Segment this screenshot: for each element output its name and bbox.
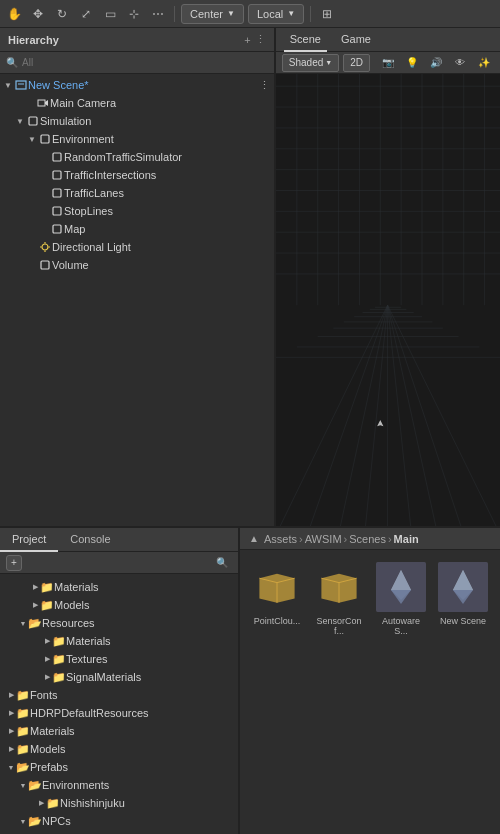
- tree-item-new-scene[interactable]: ▼ New Scene* ⋮: [0, 76, 274, 94]
- tab-console[interactable]: Console: [58, 528, 122, 552]
- center-button[interactable]: Center ▼: [181, 4, 244, 24]
- expand-new-scene[interactable]: ▼: [2, 79, 14, 91]
- folder-nishishinjuku[interactable]: ▶ 📁 Nishishinjuku: [0, 794, 238, 812]
- tab-project[interactable]: Project: [0, 528, 58, 552]
- scale-tool-icon[interactable]: ⤢: [76, 4, 96, 24]
- expand-textures[interactable]: ▶: [42, 654, 52, 664]
- asset-item-sensorconf[interactable]: SensorConf...: [310, 558, 368, 640]
- project-add-btn[interactable]: +: [6, 555, 22, 571]
- tree-item-map[interactable]: ▶ Map: [0, 220, 274, 238]
- label-random-traffic: RandomTrafficSimulator: [64, 151, 182, 163]
- label-materials2: Materials: [66, 635, 111, 647]
- expand-environment[interactable]: ▼: [26, 133, 38, 145]
- breadcrumb-assets[interactable]: Assets: [264, 533, 297, 545]
- tree-item-environment[interactable]: ▼ Environment: [0, 130, 274, 148]
- asset-item-newscene[interactable]: New Scene: [434, 558, 492, 640]
- breadcrumb-scenes[interactable]: Scenes: [349, 533, 386, 545]
- expand-resources[interactable]: ▼: [18, 618, 28, 628]
- scene-camera-icon[interactable]: 📷: [378, 53, 398, 73]
- tree-item-traffic-intersections[interactable]: ▶ TrafficIntersections: [0, 166, 274, 184]
- tab-game[interactable]: Game: [335, 28, 377, 52]
- label-main-camera: Main Camera: [50, 97, 116, 109]
- expand-signal-materials[interactable]: ▶: [42, 672, 52, 682]
- label-stop-lines: StopLines: [64, 205, 113, 217]
- tree-item-simulation[interactable]: ▼ Simulation: [0, 112, 274, 130]
- folder-environments[interactable]: ▼ 📂 Environments: [0, 776, 238, 794]
- tab-scene[interactable]: Scene: [284, 28, 327, 52]
- tree-item-random-traffic[interactable]: ▶ RandomTrafficSimulator: [0, 148, 274, 166]
- tree-item-volume[interactable]: ▶ Volume: [0, 256, 274, 274]
- expand-nishishinjuku[interactable]: ▶: [36, 798, 46, 808]
- asset-item-pointcloud[interactable]: PointClou...: [248, 558, 306, 640]
- label-models2: Models: [30, 743, 65, 755]
- hand-tool-icon[interactable]: ✋: [4, 4, 24, 24]
- main-layout: Hierarchy + ⋮ 🔍 ▼ New Scene* ⋮: [0, 28, 500, 834]
- expand-environments[interactable]: ▼: [18, 780, 28, 790]
- expand-models2[interactable]: ▶: [6, 744, 16, 754]
- hierarchy-header: Hierarchy + ⋮: [0, 28, 274, 52]
- asset-item-autoware[interactable]: AutowareS...: [372, 558, 430, 640]
- folder-models2[interactable]: ▶ 📁 Models: [0, 740, 238, 758]
- expand-npcs[interactable]: ▼: [18, 816, 28, 826]
- scene-panel: Scene Game Shaded ▼ 2D 📷 💡 🔊 👁 ✨: [276, 28, 500, 526]
- asset-grid: PointClou... SensorConf...: [240, 550, 500, 648]
- expand-fonts[interactable]: ▶: [6, 690, 16, 700]
- folder-fonts[interactable]: ▶ 📁 Fonts: [0, 686, 238, 704]
- hierarchy-search-input[interactable]: [22, 57, 268, 68]
- folder-signal-materials[interactable]: ▶ 📁 SignalMaterials: [0, 668, 238, 686]
- asset-label-sensorconf: SensorConf...: [314, 616, 364, 636]
- breadcrumb-awsim[interactable]: AWSIM: [305, 533, 342, 545]
- shading-btn[interactable]: Shaded ▼: [282, 54, 339, 72]
- local-button[interactable]: Local ▼: [248, 4, 304, 24]
- scene-sound-icon[interactable]: 🔊: [426, 53, 446, 73]
- scene-vr-icon[interactable]: 👁: [450, 53, 470, 73]
- tree-item-main-camera[interactable]: ▶ Main Camera: [0, 94, 274, 112]
- label-resources: Resources: [42, 617, 95, 629]
- hierarchy-menu-icon[interactable]: ⋮: [255, 33, 266, 46]
- scene-light-icon[interactable]: 💡: [402, 53, 422, 73]
- label-simulation: Simulation: [40, 115, 91, 127]
- folder-materials2[interactable]: ▶ 📁 Materials: [0, 632, 238, 650]
- move-tool-icon[interactable]: ✥: [28, 4, 48, 24]
- rotate-tool-icon[interactable]: ↻: [52, 4, 72, 24]
- expand-materials2[interactable]: ▶: [42, 636, 52, 646]
- tree-item-traffic-lanes[interactable]: ▶ TrafficLanes: [0, 184, 274, 202]
- folder-models[interactable]: ▶ 📁 Models: [0, 596, 238, 614]
- folder-materials3[interactable]: ▶ 📁 Materials: [0, 722, 238, 740]
- label-prefabs: Prefabs: [30, 761, 68, 773]
- folder-pedestrians[interactable]: ▶ 📁 Pedestrians: [0, 830, 238, 834]
- expand-materials[interactable]: ▶: [30, 582, 40, 592]
- expand-simulation[interactable]: ▼: [14, 115, 26, 127]
- breadcrumb-main[interactable]: Main: [394, 533, 419, 545]
- folder-textures[interactable]: ▶ 📁 Textures: [0, 650, 238, 668]
- project-search-icon[interactable]: 🔍: [212, 553, 232, 573]
- label-textures: Textures: [66, 653, 108, 665]
- folder-npcs[interactable]: ▼ 📂 NPCs: [0, 812, 238, 830]
- transform-tool-icon[interactable]: ⊹: [124, 4, 144, 24]
- dots-tool-icon[interactable]: ⋯: [148, 4, 168, 24]
- folder-icon-resources: 📂: [28, 616, 42, 630]
- project-header: Project Console: [0, 528, 238, 552]
- tree-item-stop-lines[interactable]: ▶ StopLines: [0, 202, 274, 220]
- obj-icon-random-traffic: [50, 150, 64, 164]
- grid-icon[interactable]: ⊞: [317, 4, 337, 24]
- tree-item-directional-light[interactable]: ▶ Directional Light: [0, 238, 274, 256]
- hierarchy-panel: Hierarchy + ⋮ 🔍 ▼ New Scene* ⋮: [0, 28, 276, 526]
- 2d-btn[interactable]: 2D: [343, 54, 370, 72]
- breadcrumb-up-btn[interactable]: ▲: [246, 531, 262, 547]
- expand-materials3[interactable]: ▶: [6, 726, 16, 736]
- expand-hdrp[interactable]: ▶: [6, 708, 16, 718]
- expand-models[interactable]: ▶: [30, 600, 40, 610]
- obj-icon-simulation: [26, 114, 40, 128]
- folder-hdrp[interactable]: ▶ 📁 HDRPDefaultResources: [0, 704, 238, 722]
- expand-prefabs[interactable]: ▼: [6, 762, 16, 772]
- label-environment: Environment: [52, 133, 114, 145]
- folder-materials[interactable]: ▶ 📁 Materials: [0, 578, 238, 596]
- folder-prefabs[interactable]: ▼ 📂 Prefabs: [0, 758, 238, 776]
- rect-tool-icon[interactable]: ▭: [100, 4, 120, 24]
- more-new-scene[interactable]: ⋮: [259, 79, 270, 92]
- scene-effects-icon[interactable]: ✨: [474, 53, 494, 73]
- hierarchy-add-icon[interactable]: +: [244, 34, 250, 46]
- scene-viewport[interactable]: [276, 74, 500, 526]
- folder-resources[interactable]: ▼ 📂 Resources: [0, 614, 238, 632]
